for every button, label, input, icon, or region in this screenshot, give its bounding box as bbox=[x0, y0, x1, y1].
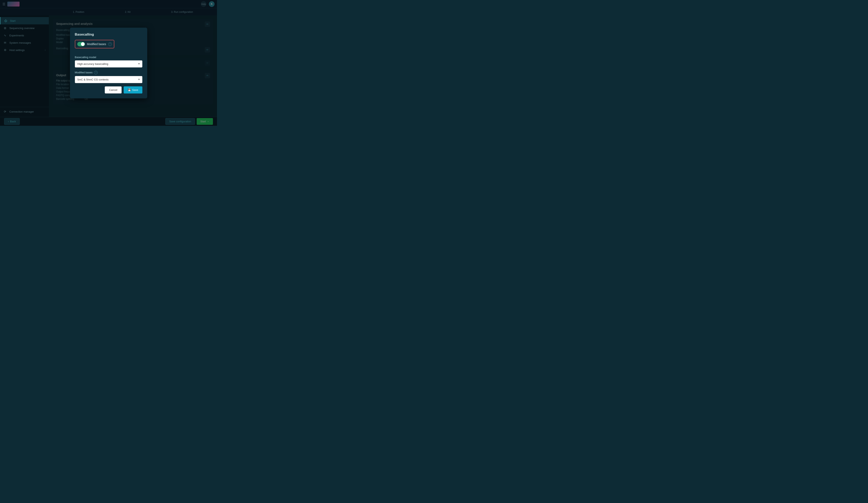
basecalling-model-select-wrapper: High-accuracy basecalling Fast basecalli… bbox=[75, 60, 142, 67]
modified-bases-select-wrapper: 5mC & 5hmC CG contexts 5mC CG contexts 6… bbox=[75, 76, 142, 83]
modified-bases-toggle-label: Modified bases bbox=[87, 42, 106, 46]
save-icon: 💾 bbox=[128, 88, 131, 92]
modified-bases-section-help-icon[interactable]: ? bbox=[94, 71, 97, 74]
cancel-button[interactable]: Cancel bbox=[105, 86, 121, 94]
modified-bases-toggle-row: Modified bases ? bbox=[75, 40, 114, 48]
basecalling-modal: Basecalling Modified bases ? Basecalling… bbox=[70, 28, 147, 98]
modified-bases-section-label: Modified bases ? bbox=[75, 71, 142, 74]
basecalling-model-section-label: Basecalling model bbox=[75, 56, 142, 59]
modified-bases-help-icon[interactable]: ? bbox=[108, 42, 112, 46]
modal-actions: Cancel 💾 Save bbox=[75, 86, 142, 94]
save-button[interactable]: 💾 Save bbox=[124, 86, 142, 94]
modal-overlay: Basecalling Modified bases ? Basecalling… bbox=[0, 0, 217, 126]
modified-bases-toggle-section: Modified bases ? bbox=[75, 40, 142, 52]
basecalling-model-select[interactable]: High-accuracy basecalling Fast basecalli… bbox=[75, 60, 142, 67]
modal-title: Basecalling bbox=[75, 32, 142, 36]
modified-bases-select[interactable]: 5mC & 5hmC CG contexts 5mC CG contexts 6… bbox=[75, 76, 142, 83]
modified-bases-toggle[interactable] bbox=[77, 42, 85, 46]
main-layout: ⏻ Start ⊞ Sequencing overview ∿ Experime… bbox=[0, 15, 217, 117]
